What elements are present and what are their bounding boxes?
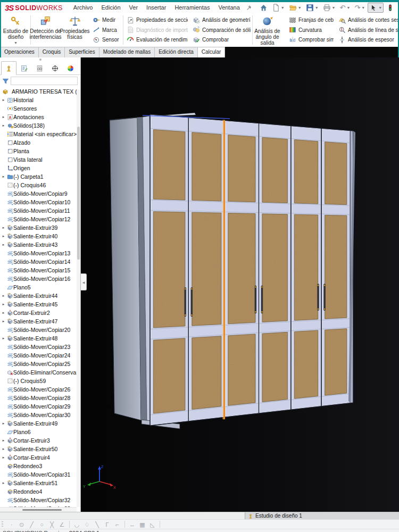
tree-item[interactable]: Plano6 xyxy=(0,428,77,436)
panel-collapse-tab[interactable]: ◀ xyxy=(81,273,87,290)
tree-item[interactable]: Sólido-Eliminar/Conservar xyxy=(0,368,77,377)
menu-herramientas[interactable]: Herramientas xyxy=(170,2,214,13)
dropdown-caret-icon[interactable]: ▼ xyxy=(332,6,336,10)
ribbon-curvature-button[interactable]: Curvatura xyxy=(289,26,334,35)
open-button[interactable]: ▼ xyxy=(287,3,303,13)
expand-arrow-icon[interactable]: ▸ xyxy=(0,447,7,451)
tree-item[interactable]: Sólido-Mover/Copiar10 xyxy=(0,198,77,206)
expand-arrow-icon[interactable]: ▸ xyxy=(0,302,7,306)
tree-item[interactable]: Alzado xyxy=(0,138,77,147)
panel-tab-configuration-manager[interactable] xyxy=(32,61,47,75)
expand-arrow-icon[interactable]: ▸ xyxy=(0,174,7,179)
dropdown-caret-icon[interactable]: ▼ xyxy=(361,6,365,10)
ribbon-markup-button[interactable]: Marca xyxy=(93,26,121,35)
tree-item[interactable]: Sólido-Mover/Copiar32 xyxy=(0,496,77,504)
tree-item[interactable]: Material <sin especificar> xyxy=(0,130,77,138)
menu-archivo[interactable]: Archivo xyxy=(69,2,97,13)
tree-item[interactable]: Sólido-Mover/Copiar30 xyxy=(0,411,77,419)
viewport-canvas[interactable]: X Y Z xyxy=(81,57,399,512)
tree-item[interactable]: ▸Saliente-Extruir48 xyxy=(0,334,77,343)
tab-calcular[interactable]: Calcular xyxy=(198,47,226,57)
expand-arrow-icon[interactable]: ▸ xyxy=(0,98,7,102)
tree-item[interactable]: ▸Saliente-Extruir49 xyxy=(0,419,77,428)
expand-arrow-icon[interactable]: ▸ xyxy=(0,234,7,238)
menu-edición[interactable]: Edición xyxy=(97,2,124,13)
tree-item[interactable]: Redondeo4 xyxy=(0,487,77,496)
tree-item[interactable]: Sólido-Mover/Copiar15 xyxy=(0,266,77,275)
expand-arrow-icon[interactable]: ▸ xyxy=(0,226,7,230)
expand-arrow-icon[interactable]: ▸ xyxy=(0,421,7,426)
tree-item[interactable]: Sólido-Mover/Copiar20 xyxy=(0,326,77,334)
tab-superficies[interactable]: Superficies xyxy=(65,47,99,57)
ribbon-symmetry-check-button[interactable]: Comprobar simetría xyxy=(289,35,334,44)
tree-item[interactable]: Sólido-Mover/Copiar25 xyxy=(0,360,77,368)
ribbon-thickness-analysis-button[interactable]: Análisis de espesor xyxy=(338,35,398,44)
tree-item[interactable]: Sólido-Mover/Copiar31 xyxy=(0,470,77,479)
tab-croquis[interactable]: Croquis xyxy=(39,47,65,57)
undo-button[interactable]: ↶▼ xyxy=(338,3,352,13)
ribbon-draft-analysis-button[interactable]: Análisis de ángulo de salida xyxy=(253,13,282,47)
tab-operaciones[interactable]: Operaciones xyxy=(0,47,39,57)
tree-item[interactable]: Sólido-Mover/Copiar11 xyxy=(0,206,77,215)
design-study-tab[interactable]: Estudio de diseño 1 xyxy=(245,512,399,519)
tree-item[interactable]: ▸Cortar-Extruir2 xyxy=(0,309,77,317)
pin-menu-icon[interactable] xyxy=(245,4,252,11)
panel-tab-dimxpert-manager[interactable] xyxy=(47,61,63,75)
tree-item[interactable]: ▸Saliente-Extruir45 xyxy=(0,300,77,309)
redo-button[interactable]: ↷▼ xyxy=(353,3,367,13)
ribbon-compare-solids-button[interactable]: Comparación de sólidos xyxy=(193,26,251,35)
expand-arrow-icon[interactable]: ▸ xyxy=(0,336,7,340)
tree-item[interactable]: Sólido-Mover/Copiar23 xyxy=(0,343,77,351)
dropdown-caret-icon[interactable]: ▼ xyxy=(315,6,319,10)
expand-arrow-icon[interactable]: ▸ xyxy=(0,294,7,298)
menu-insertar[interactable]: Insertar xyxy=(142,2,170,13)
tree-item[interactable]: ▸Saliente-Extruir44 xyxy=(0,292,77,300)
tree-item[interactable]: Sólido-Mover/Copiar29 xyxy=(0,402,77,411)
ribbon-measure-button[interactable]: Medir xyxy=(93,15,121,24)
dropdown-caret-icon[interactable]: ▼ xyxy=(281,6,285,10)
dropdown-caret-icon[interactable]: ▼ xyxy=(298,6,302,10)
ribbon-zebra-stripes-button[interactable]: Franjas de cebra xyxy=(289,15,334,24)
tree-item[interactable]: ▸Saliente-Extruir50 xyxy=(0,445,77,453)
tree-vertical-scrollbar[interactable] xyxy=(77,89,80,507)
panel-tab-display-manager[interactable] xyxy=(63,61,78,75)
tree-item[interactable]: (-) Croquis59 xyxy=(0,377,77,385)
tree-item[interactable]: ▸Saliente-Extruir43 xyxy=(0,240,77,249)
new-file-button[interactable]: ▼ xyxy=(270,3,286,13)
tree-item[interactable]: ▸Saliente-Extruir39 xyxy=(0,223,77,232)
tree-item[interactable]: Sólido-Mover/Copiar13 xyxy=(0,249,77,257)
tree-item[interactable]: Vista lateral xyxy=(0,155,77,164)
panel-splitter[interactable] xyxy=(0,57,80,61)
tree-item[interactable]: ▸Cortar-Extruir4 xyxy=(0,453,77,462)
ribbon-mass-properties-button[interactable]: Propiedades físicas xyxy=(60,13,89,47)
ribbon-check-entity-button[interactable]: Comprobar xyxy=(193,35,251,44)
rebuild-traffic-light-button[interactable] xyxy=(385,3,396,13)
menu-ventana[interactable]: Ventana xyxy=(214,2,244,13)
home-button[interactable] xyxy=(258,3,269,13)
expand-arrow-icon[interactable]: ▸ xyxy=(0,311,7,315)
ribbon-performance-evaluation-button[interactable]: Evaluación de rendimiento xyxy=(127,35,188,44)
tab-edición-directa[interactable]: Edición directa xyxy=(155,47,198,57)
tree-item[interactable]: ▸Saliente-Extruir40 xyxy=(0,232,77,240)
expand-arrow-icon[interactable]: ▸ xyxy=(0,123,7,128)
tree-item[interactable]: Sólido-Mover/Copiar9 xyxy=(0,189,77,198)
tree-item[interactable]: Planta xyxy=(0,147,77,155)
wardrobe-doors[interactable] xyxy=(150,114,353,426)
ribbon-interference-detection-button[interactable]: Detección de interferencias xyxy=(31,13,60,47)
tree-item[interactable]: Plano5 xyxy=(0,283,77,292)
print-button[interactable]: ▼ xyxy=(321,3,337,13)
ribbon-section-properties-button[interactable]: Propiedades de sección xyxy=(127,15,188,24)
tree-item[interactable]: Sólido-Mover/Copiar14 xyxy=(0,257,77,266)
panel-tab-property-manager[interactable] xyxy=(16,61,32,75)
expand-arrow-icon[interactable]: ▸ xyxy=(0,438,7,443)
ribbon-geometry-analysis-button[interactable]: Análisis de geometría xyxy=(193,15,251,24)
save-button[interactable]: ▼ xyxy=(304,3,320,13)
tree-item[interactable]: Sólido-Mover/Copiar24 xyxy=(0,351,77,360)
tree-item[interactable]: Origen xyxy=(0,164,77,172)
expand-arrow-icon[interactable]: ▸ xyxy=(0,115,7,119)
panel-tab-feature-manager[interactable] xyxy=(1,61,16,75)
expand-arrow-icon[interactable]: ▸ xyxy=(0,319,7,323)
expand-arrow-icon[interactable]: ▸ xyxy=(0,455,7,460)
tree-item[interactable]: ▸(-) Carpeta1 xyxy=(0,172,77,181)
dropdown-caret-icon[interactable]: ▼ xyxy=(346,6,350,10)
